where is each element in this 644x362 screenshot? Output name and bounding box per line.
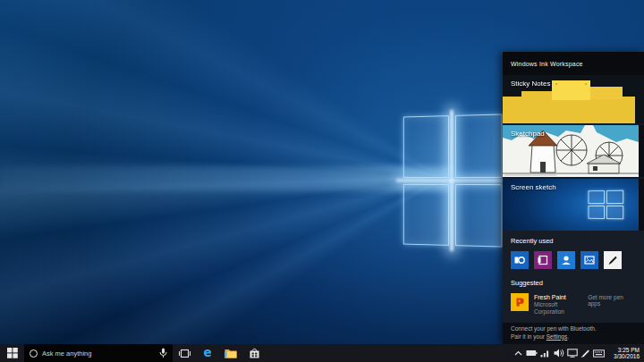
cortana-icon — [30, 349, 38, 358]
microphone-icon[interactable] — [159, 348, 167, 358]
taskbar: Ask me anything e — [0, 344, 644, 362]
sticky-notes-preview — [503, 97, 635, 123]
store-icon — [249, 348, 260, 358]
taskbar-clock[interactable]: 3:25 PM 3/30/2016 — [607, 347, 640, 360]
footer-line1: Connect your pen with Bluetooth. — [511, 325, 636, 333]
mini-windows-logo — [589, 190, 624, 220]
speaker-icon — [554, 349, 564, 358]
file-explorer-icon — [225, 349, 237, 358]
pen-pairing-footer: Connect your pen with Bluetooth. Pair it… — [503, 323, 644, 344]
photos-app-icon[interactable] — [580, 251, 598, 269]
clock-date: 3/30/2016 — [607, 353, 640, 360]
windows-start-icon — [7, 348, 18, 358]
file-explorer-button[interactable] — [219, 344, 242, 362]
sketchpad-tile[interactable]: Sketchpad — [503, 125, 644, 177]
desktop: Windows Ink Workspace Sticky Notes — [0, 0, 644, 362]
suggested-app-row[interactable]: Fresh Paint Microsoft Corporation Get mo… — [511, 293, 636, 316]
recently-used-label: Recently used — [511, 237, 636, 245]
onenote-app-icon[interactable] — [534, 251, 552, 269]
footer-line2: Pair it in your — [511, 333, 547, 340]
recently-used-apps — [511, 251, 636, 269]
panel-lists: Recently used Suggested — [503, 231, 644, 323]
task-view-button[interactable] — [173, 344, 196, 362]
battery-icon — [526, 349, 538, 357]
get-more-pen-apps-link[interactable]: Get more pen apps — [588, 293, 636, 307]
cortana-search-box[interactable]: Ask me anything — [24, 344, 173, 362]
windows-ink-workspace-button[interactable] — [579, 344, 592, 362]
touch-keyboard-button[interactable] — [592, 344, 606, 362]
panel-title: Windows Ink Workspace — [503, 52, 644, 75]
people-app-icon[interactable] — [557, 251, 575, 269]
task-view-icon — [179, 349, 191, 358]
sketchpad-label: Sketchpad — [511, 130, 545, 138]
screen-sketch-tile[interactable]: Screen sketch — [503, 179, 644, 231]
suggested-app-publisher: Microsoft Corporation — [534, 301, 588, 316]
show-hidden-icons-button[interactable] — [512, 344, 525, 362]
volume-tray-button[interactable] — [552, 344, 565, 362]
windows-ink-workspace-panel: Windows Ink Workspace Sticky Notes — [503, 52, 644, 344]
sticky-notes-label: Sticky Notes — [511, 80, 550, 88]
network-signal-icon — [540, 349, 550, 358]
fresh-paint-app-icon — [511, 293, 529, 311]
display-tray-button[interactable] — [565, 344, 579, 362]
store-button[interactable] — [242, 344, 266, 362]
edge-icon: e — [203, 347, 211, 359]
search-input[interactable]: Ask me anything — [42, 349, 155, 358]
chevron-up-icon — [514, 350, 522, 356]
windows-logo-wallpaper — [403, 114, 503, 247]
pen-app-icon[interactable] — [604, 251, 622, 269]
keyboard-icon — [593, 349, 605, 358]
network-tray-button[interactable] — [538, 344, 552, 362]
pen-icon — [580, 349, 590, 358]
clock-time: 3:25 PM — [607, 347, 640, 354]
battery-tray-button[interactable] — [525, 344, 538, 362]
suggested-app-name: Fresh Paint — [534, 293, 588, 301]
suggested-label: Suggested — [511, 279, 636, 287]
wallpaper-light-core — [0, 166, 452, 191]
monitor-icon — [567, 349, 578, 358]
edge-button[interactable]: e — [196, 344, 219, 362]
settings-link[interactable]: Settings — [547, 333, 568, 340]
outlook-app-icon[interactable] — [511, 251, 529, 269]
screen-sketch-label: Screen sketch — [511, 183, 556, 191]
start-button[interactable] — [0, 344, 24, 362]
sticky-notes-tile[interactable]: Sticky Notes — [503, 75, 644, 123]
